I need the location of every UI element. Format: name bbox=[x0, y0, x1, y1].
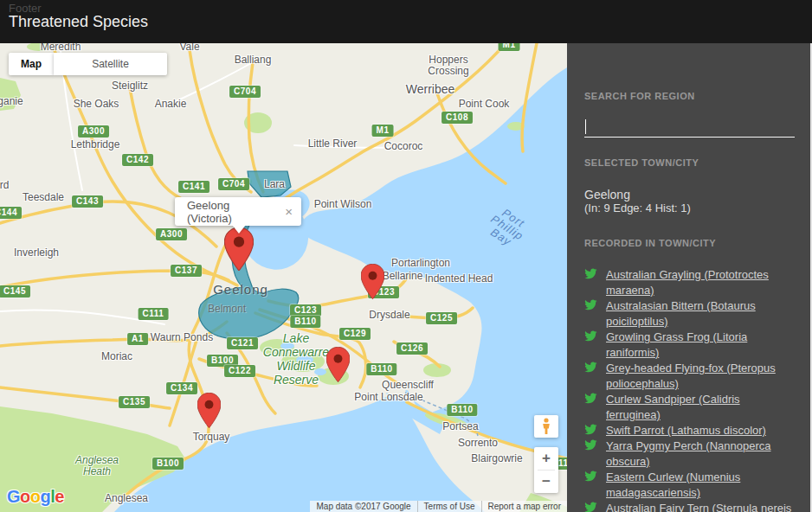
bird-icon bbox=[584, 439, 597, 451]
page: MeredithValeBalliangganieSteiglitzShe Oa… bbox=[0, 0, 812, 512]
bird-icon bbox=[584, 362, 597, 373]
sidebar: SEARCH FOR REGION SELECTED TOWN/CITY Gee… bbox=[567, 43, 812, 512]
search-input[interactable] bbox=[584, 117, 795, 136]
street-view-pegman-button[interactable] bbox=[534, 415, 558, 438]
map-data-attribution: Map data ©2017 Google bbox=[310, 501, 416, 512]
map-canvas[interactable]: MeredithValeBalliangganieSteiglitzShe Oa… bbox=[0, 43, 567, 512]
page-title: Threatened Species bbox=[9, 13, 148, 31]
bird-icon bbox=[584, 299, 597, 310]
bird-icon bbox=[584, 424, 597, 435]
google-logo[interactable]: Google bbox=[7, 487, 64, 507]
species-link[interactable]: Australian Fairy Tern (Sternula nereis n… bbox=[606, 502, 791, 512]
map-marker[interactable] bbox=[326, 347, 350, 386]
map-marker[interactable] bbox=[197, 393, 221, 432]
report-map-error-link[interactable]: Report a map error bbox=[481, 501, 567, 512]
species-list-item: Growling Grass Frog (Litoria raniformis) bbox=[584, 329, 795, 360]
species-list-item: Australasian Bittern (Botaurus poicilopt… bbox=[584, 298, 795, 329]
info-window-tail bbox=[232, 225, 246, 234]
search-region-label: SEARCH FOR REGION bbox=[584, 91, 795, 101]
species-list-item: Yarra Pygmy Perch (Nannoperca obscura) bbox=[584, 438, 795, 469]
species-link[interactable]: Eastern Curlew (Numenius madagascariensi… bbox=[606, 470, 740, 499]
search-input-wrap bbox=[584, 117, 795, 138]
species-list-item: Australian Grayling (Prototroctes maraen… bbox=[584, 266, 795, 298]
google-logo-letter: g bbox=[41, 487, 51, 506]
bird-icon bbox=[584, 470, 597, 482]
selected-town-name: Geelong bbox=[584, 188, 795, 202]
species-link[interactable]: Australasian Bittern (Botaurus poicilopt… bbox=[606, 299, 756, 328]
bird-icon bbox=[584, 330, 597, 342]
map-type-button-satellite[interactable]: Satellite bbox=[54, 53, 167, 75]
species-link[interactable]: Australian Grayling (Prototroctes maraen… bbox=[606, 268, 769, 297]
species-link[interactable]: Swift Parrot (Lathamus discolor) bbox=[606, 424, 766, 437]
species-link[interactable]: Growling Grass Frog (Litoria raniformis) bbox=[606, 330, 747, 359]
google-logo-letter: o bbox=[30, 487, 41, 506]
species-list-item: Australian Fairy Tern (Sternula nereis n… bbox=[584, 500, 795, 512]
pegman-icon bbox=[541, 418, 551, 435]
species-link[interactable]: Curlew Sandpiper (Calidris ferruginea) bbox=[606, 393, 740, 421]
species-list-item: Curlew Sandpiper (Calidris ferruginea) bbox=[584, 391, 795, 422]
species-list-item: Eastern Curlew (Numenius madagascariensi… bbox=[584, 469, 795, 500]
recorded-species-list: Australian Grayling (Prototroctes maraen… bbox=[584, 266, 795, 512]
map-marker[interactable] bbox=[224, 227, 254, 274]
terms-of-use-link[interactable]: Terms of Use bbox=[417, 501, 481, 512]
map-type-button-map[interactable]: Map bbox=[9, 53, 54, 75]
zoom-out-button[interactable]: − bbox=[534, 470, 558, 493]
species-list-item: Grey-headed Flying-fox (Pteropus polioce… bbox=[584, 360, 795, 391]
recorded-in-label: RECORDED IN TOWN/CITY bbox=[584, 238, 795, 248]
selected-town-stats: (In: 9 Edge: 4 Hist: 1) bbox=[584, 202, 795, 214]
info-window-title: Geelong (Victoria) bbox=[175, 199, 276, 225]
species-link[interactable]: Yarra Pygmy Perch (Nannoperca obscura) bbox=[606, 439, 771, 468]
map-attribution: Map data ©2017 Google Terms of Use Repor… bbox=[310, 501, 567, 512]
selected-town-label: SELECTED TOWN/CITY bbox=[584, 157, 795, 168]
map-base-art bbox=[0, 43, 567, 512]
bird-icon bbox=[584, 268, 597, 279]
google-logo-letter: o bbox=[20, 487, 30, 506]
map-marker[interactable] bbox=[361, 264, 384, 303]
text-caret bbox=[585, 119, 586, 134]
zoom-control: + − bbox=[534, 447, 558, 493]
zoom-in-button[interactable]: + bbox=[534, 447, 558, 470]
close-icon[interactable]: × bbox=[276, 204, 301, 219]
bird-icon bbox=[584, 502, 597, 512]
species-link[interactable]: Grey-headed Flying-fox (Pteropus polioce… bbox=[606, 362, 776, 390]
google-logo-letter: G bbox=[7, 487, 20, 506]
species-list-item: Swift Parrot (Lathamus discolor) bbox=[584, 422, 795, 438]
app-header: Footer Threatened Species bbox=[0, 0, 812, 43]
bird-icon bbox=[584, 393, 597, 404]
info-window: Geelong (Victoria) × bbox=[175, 197, 301, 226]
google-logo-letter: e bbox=[55, 487, 64, 506]
